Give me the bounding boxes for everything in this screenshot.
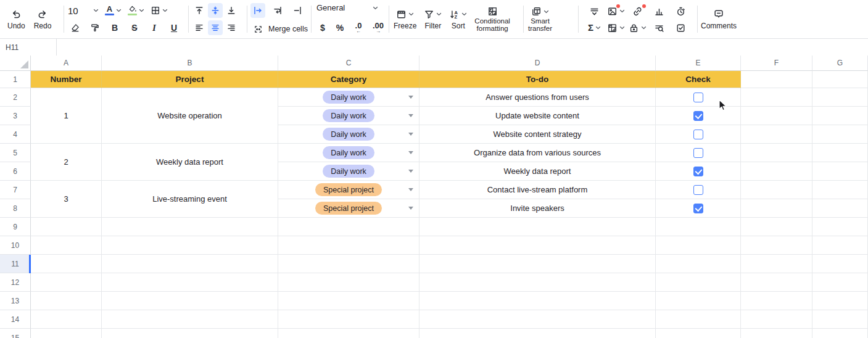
percent-format-button[interactable]: % xyxy=(333,20,347,35)
cell-C4[interactable]: Daily work xyxy=(278,125,420,144)
cell-D5[interactable]: Organize data from various sources xyxy=(420,144,656,162)
align-top-button[interactable] xyxy=(192,3,207,18)
category-tag[interactable]: Special project xyxy=(315,202,382,215)
align-left-button[interactable] xyxy=(192,20,207,35)
comments-button[interactable]: Comments xyxy=(701,9,737,30)
cell-F14[interactable] xyxy=(741,310,812,329)
cell-A1[interactable]: Number xyxy=(31,71,102,88)
category-tag[interactable]: Daily work xyxy=(323,146,374,159)
category-tag[interactable]: Daily work xyxy=(323,109,374,122)
cell-G10[interactable] xyxy=(812,236,868,255)
row-header-13[interactable]: 13 xyxy=(0,292,31,310)
insert-checkbox-button[interactable] xyxy=(670,23,692,33)
checkbox-unchecked[interactable] xyxy=(693,130,703,139)
cell-C13[interactable] xyxy=(278,292,420,310)
row-header-4[interactable]: 4 xyxy=(0,125,31,144)
cell-E8[interactable] xyxy=(656,199,741,218)
borders-button[interactable] xyxy=(151,3,168,18)
merge-cells-button[interactable] xyxy=(250,23,265,35)
checkbox-unchecked[interactable] xyxy=(693,148,703,158)
cell-G15[interactable] xyxy=(812,329,868,338)
category-dropdown-icon[interactable] xyxy=(408,151,413,154)
cell-D10[interactable] xyxy=(420,236,656,255)
cell-D14[interactable] xyxy=(420,310,656,329)
font-color-button[interactable]: A xyxy=(105,3,122,18)
clear-format-button[interactable] xyxy=(68,20,83,35)
text-wrap-button[interactable] xyxy=(270,3,285,18)
cell-G7[interactable] xyxy=(812,181,868,199)
cell-E1[interactable]: Check xyxy=(656,71,741,88)
cell-G12[interactable] xyxy=(812,273,868,292)
cell-E10[interactable] xyxy=(656,236,741,255)
cell-F9[interactable] xyxy=(741,218,812,236)
column-header-D[interactable]: D xyxy=(420,56,656,71)
cell-B9[interactable] xyxy=(102,218,278,236)
column-header-E[interactable]: E xyxy=(656,56,741,71)
cell-G5[interactable] xyxy=(812,144,868,162)
category-dropdown-icon[interactable] xyxy=(408,114,413,117)
cell-G4[interactable] xyxy=(812,125,868,144)
cell-B15[interactable] xyxy=(102,329,278,338)
category-dropdown-icon[interactable] xyxy=(408,133,413,136)
increase-decimal-button[interactable]: .00→ xyxy=(370,20,386,35)
formula-input[interactable] xyxy=(57,39,868,56)
cell-C1[interactable]: Category xyxy=(278,71,420,88)
cell-F1[interactable] xyxy=(741,71,812,88)
row-header-7[interactable]: 7 xyxy=(0,181,31,199)
freeze-button[interactable]: Freeze xyxy=(394,9,416,30)
row-header-14[interactable]: 14 xyxy=(0,310,31,329)
cell-A5-merged[interactable]: 2 xyxy=(31,144,102,181)
fill-color-button[interactable] xyxy=(128,3,144,18)
row-header-10[interactable]: 10 xyxy=(0,236,31,255)
cell-C8[interactable]: Special project xyxy=(278,199,420,218)
cell-D8[interactable]: Invite speakers xyxy=(420,199,656,218)
cell-D7[interactable]: Contact live-stream platform xyxy=(420,181,656,199)
cell-G8[interactable] xyxy=(812,199,868,218)
cell-A10[interactable] xyxy=(31,236,102,255)
cell-E9[interactable] xyxy=(656,218,741,236)
find-replace-button[interactable] xyxy=(648,23,670,33)
cell-E5[interactable] xyxy=(656,144,741,162)
cell-G2[interactable] xyxy=(812,88,868,107)
decrease-decimal-button[interactable]: .0← xyxy=(351,20,366,35)
row-header-2[interactable]: 2 xyxy=(0,88,31,107)
smart-transfer-button[interactable]: Smart transfer xyxy=(528,6,552,32)
align-bottom-button[interactable] xyxy=(224,3,239,18)
name-box[interactable]: H11 xyxy=(0,39,57,56)
row-header-9[interactable]: 9 xyxy=(0,218,31,236)
cell-G3[interactable] xyxy=(812,107,868,125)
cell-F4[interactable] xyxy=(741,125,812,144)
sort-button[interactable]: A Z Sort xyxy=(449,9,467,30)
undo-button[interactable]: Undo xyxy=(7,9,25,30)
cell-C6[interactable]: Daily work xyxy=(278,162,420,181)
row-header-12[interactable]: 12 xyxy=(0,273,31,292)
cell-A15[interactable] xyxy=(31,329,102,338)
select-all-corner[interactable] xyxy=(0,56,31,71)
cell-A2-merged[interactable]: 1 xyxy=(31,88,102,144)
currency-format-button[interactable]: $ xyxy=(316,20,329,35)
font-size-dropdown[interactable]: 10 xyxy=(68,3,99,18)
conditional-formatting-button[interactable]: Conditional formatting xyxy=(474,6,510,32)
cell-D1[interactable]: To-do xyxy=(420,71,656,88)
protect-sheet-button[interactable] xyxy=(627,23,648,33)
cell-F12[interactable] xyxy=(741,273,812,292)
cell-G1[interactable] xyxy=(812,71,868,88)
checkbox-checked[interactable] xyxy=(693,111,703,121)
cell-C11[interactable] xyxy=(278,255,420,273)
category-dropdown-icon[interactable] xyxy=(408,170,413,173)
column-header-F[interactable]: F xyxy=(741,56,812,71)
strikethrough-button[interactable]: S xyxy=(127,20,142,35)
cell-F11[interactable] xyxy=(741,255,812,273)
cell-G9[interactable] xyxy=(812,218,868,236)
checkbox-checked[interactable] xyxy=(693,204,703,213)
redo-button[interactable]: Redo xyxy=(34,9,52,30)
cell-F6[interactable] xyxy=(741,162,812,181)
cell-B1[interactable]: Project xyxy=(102,71,278,88)
filter-button[interactable]: Filter xyxy=(424,9,442,30)
cell-G6[interactable] xyxy=(812,162,868,181)
bold-button[interactable]: B xyxy=(107,20,122,35)
cell-A12[interactable] xyxy=(31,273,102,292)
cell-E6[interactable] xyxy=(656,162,741,181)
cell-F3[interactable] xyxy=(741,107,812,125)
cell-B13[interactable] xyxy=(102,292,278,310)
